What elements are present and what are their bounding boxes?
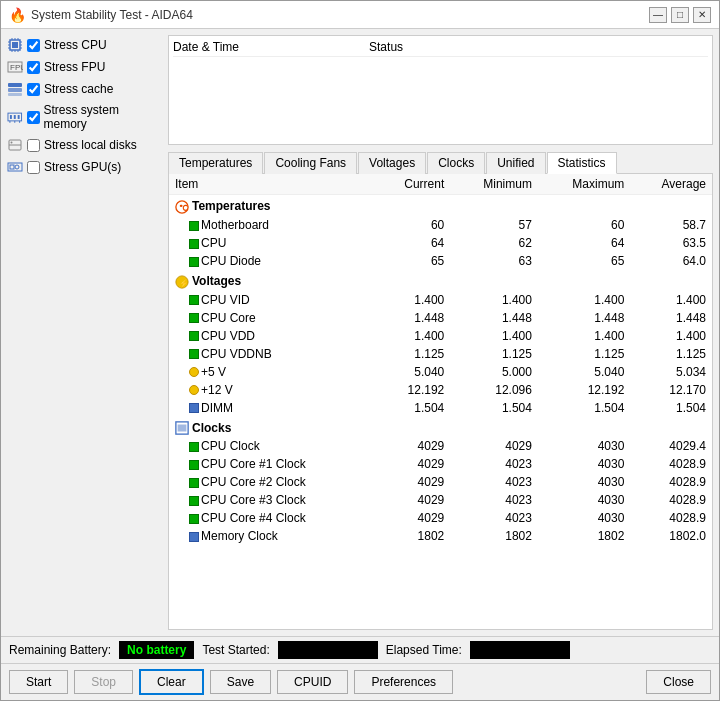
cell-maximum: 5.040 [538,363,630,381]
cell-maximum: 1.448 [538,309,630,327]
cell-average: 1.400 [630,291,712,309]
cell-current: 4029 [375,473,450,491]
table-row: CPU Clock4029402940304029.4 [169,437,712,455]
blue-icon [189,403,199,413]
cell-current: 1.400 [375,327,450,345]
green-icon [189,496,199,506]
cell-average: 1.400 [630,327,712,345]
cell-minimum: 4023 [450,455,538,473]
close-button[interactable]: Close [646,670,711,694]
table-section-header: Clocks [169,417,712,438]
clear-button[interactable]: Clear [139,669,204,695]
status-panel: Date & Time Status [168,35,713,145]
stop-button[interactable]: Stop [74,670,133,694]
tabs: Temperatures Cooling Fans Voltages Clock… [168,151,713,173]
tab-unified[interactable]: Unified [486,152,545,174]
cell-average: 4028.9 [630,491,712,509]
col-average: Average [630,174,712,195]
svg-point-31 [15,165,19,169]
cell-maximum: 4030 [538,437,630,455]
stress-gpu-checkbox[interactable] [27,161,40,174]
svg-point-28 [11,142,13,144]
table-row: CPU Core #4 Clock4029402340304028.9 [169,509,712,527]
close-window-button[interactable]: ✕ [693,7,711,23]
green-icon [189,239,199,249]
stress-cache-checkbox[interactable] [27,83,40,96]
table-section-header: ℃Temperatures [169,195,712,216]
stress-cpu-item: Stress CPU [7,35,162,55]
cell-maximum: 4030 [538,473,630,491]
cpu-stress-icon [7,37,23,53]
stress-disks-item: Stress local disks [7,135,162,155]
stress-fpu-checkbox[interactable] [27,61,40,74]
cell-current: 4029 [375,437,450,455]
tab-temperatures[interactable]: Temperatures [168,152,263,174]
cell-maximum: 4030 [538,455,630,473]
green-icon [189,257,199,267]
cpuid-button[interactable]: CPUID [277,670,348,694]
start-button[interactable]: Start [9,670,68,694]
statistics-table: Item Current Minimum Maximum Average ℃Te… [169,174,712,545]
battery-label: Remaining Battery: [9,643,111,657]
stress-memory-label: Stress system memory [44,103,162,131]
cell-minimum: 1.125 [450,345,538,363]
maximize-button[interactable]: □ [671,7,689,23]
table-row: CPU VDD1.4001.4001.4001.400 [169,327,712,345]
cell-minimum: 1.504 [450,399,538,417]
cell-maximum: 1802 [538,527,630,545]
cell-minimum: 4029 [450,437,538,455]
cell-maximum: 1.400 [538,291,630,309]
stress-cpu-label: Stress CPU [44,38,107,52]
green-icon [189,331,199,341]
svg-text:⚡: ⚡ [179,277,189,287]
cell-current: 4029 [375,509,450,527]
minimize-button[interactable]: — [649,7,667,23]
tab-clocks[interactable]: Clocks [427,152,485,174]
test-started-label: Test Started: [202,643,269,657]
stress-disks-checkbox[interactable] [27,139,40,152]
date-time-header: Date & Time [173,40,239,54]
table-header-row: Item Current Minimum Maximum Average [169,174,712,195]
cell-minimum: 1.448 [450,309,538,327]
stress-fpu-label: Stress FPU [44,60,105,74]
yellow-icon [189,385,199,395]
tab-voltages[interactable]: Voltages [358,152,426,174]
data-panel: Item Current Minimum Maximum Average ℃Te… [168,173,713,630]
col-current: Current [375,174,450,195]
green-icon [189,460,199,470]
cell-maximum: 1.400 [538,327,630,345]
cell-minimum: 5.000 [450,363,538,381]
cell-minimum: 62 [450,234,538,252]
stress-memory-checkbox[interactable] [27,111,40,124]
cell-minimum: 12.096 [450,381,538,399]
table-row: CPU VID1.4001.4001.4001.400 [169,291,712,309]
table-row: CPU VDDNB1.1251.1251.1251.125 [169,345,712,363]
cell-maximum: 12.192 [538,381,630,399]
cell-current: 1.400 [375,291,450,309]
stress-gpu-item: Stress GPU(s) [7,157,162,177]
svg-rect-22 [18,115,20,119]
tab-cooling-fans[interactable]: Cooling Fans [264,152,357,174]
cell-current: 65 [375,252,450,270]
status-header: Date & Time Status [173,40,708,57]
tab-statistics[interactable]: Statistics [547,152,617,174]
preferences-button[interactable]: Preferences [354,670,453,694]
titlebar: 🔥 System Stability Test - AIDA64 — □ ✕ [1,1,719,29]
svg-rect-20 [10,115,12,119]
stress-cpu-checkbox[interactable] [27,39,40,52]
cell-average: 12.170 [630,381,712,399]
table-row: CPU Core #3 Clock4029402340304028.9 [169,491,712,509]
save-button[interactable]: Save [210,670,271,694]
green-icon [189,478,199,488]
cell-minimum: 1.400 [450,327,538,345]
cell-minimum: 1802 [450,527,538,545]
cell-current: 4029 [375,491,450,509]
elapsed-time-label: Elapsed Time: [386,643,462,657]
elapsed-time-value [470,641,570,659]
cell-minimum: 63 [450,252,538,270]
cell-current: 64 [375,234,450,252]
table-section-header: ⚡Voltages [169,270,712,291]
cell-average: 1.125 [630,345,712,363]
cell-current: 1.125 [375,345,450,363]
green-icon [189,313,199,323]
